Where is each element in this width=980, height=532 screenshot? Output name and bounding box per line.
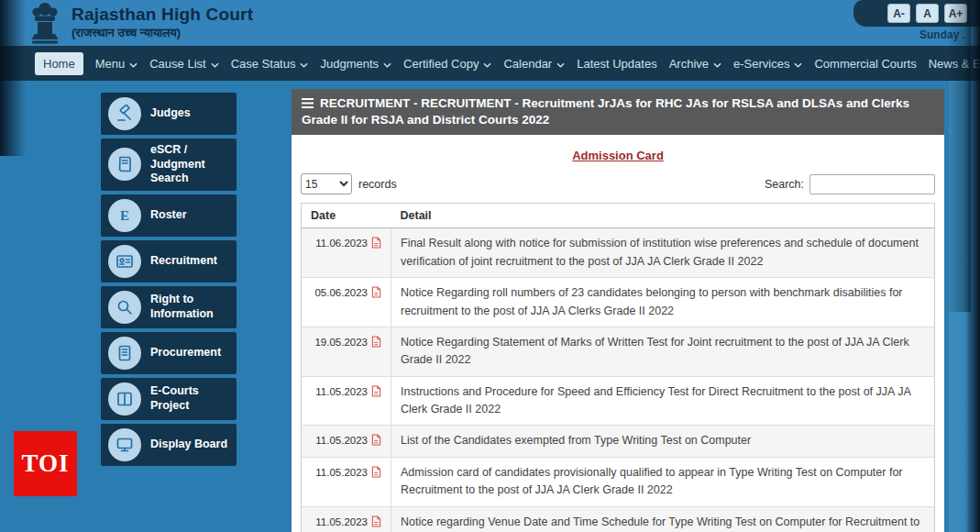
chevron-down-icon [794,57,802,71]
admission-card-link[interactable]: Admission Card [301,149,935,162]
font-size-button-a[interactable]: A [916,4,939,23]
day-label: Sunday . [919,28,965,41]
column-header-detail[interactable]: Detail [391,204,935,228]
gavel-icon [108,97,141,130]
table-row: 19.05.2023Notice Regarding Statement of … [302,327,935,376]
panel-title: RECRUITMENT - RECRUITMENT - Recruitment … [302,96,909,127]
notice-date: 05.06.2023 [314,287,368,298]
sidebar-item-escr-judgment-search[interactable]: eSCR / Judgment Search [101,139,237,191]
nav-item-label: Archive [669,57,709,71]
brand-titles: Rajasthan High Court (राजस्थान उच्च न्या… [72,6,253,40]
nav-item-archive[interactable]: Archive [669,57,721,71]
chevron-down-icon [129,57,138,71]
sidebar-item-judges[interactable]: Judges [101,93,237,135]
nav-item-label: Menu [95,57,126,71]
pdf-icon [371,237,381,254]
nav-item-latest-updates[interactable]: Latest Updates [577,57,656,71]
nav-item-label: Case Status [231,57,296,71]
notice-date-link[interactable]: 11.06.2023 [302,228,391,278]
chevron-down-icon [211,57,219,71]
notice-date: 19.05.2023 [314,337,368,348]
notice-date-link[interactable]: 19.05.2023 [302,327,391,376]
column-header-date[interactable]: Date [302,204,391,228]
notice-date: 11.05.2023 [315,467,368,478]
records-per-page-select[interactable]: 15 [301,173,352,194]
table-row: 05.06.2023Notice Regarding roll numbers … [302,278,935,327]
sidebar-item-label: Procurement [150,346,221,360]
notebook-icon [108,337,141,370]
book-icon [108,148,141,181]
sidebar-item-label: E-Courts Project [150,384,229,413]
search-group: Search: [765,174,935,194]
monitor-icon [108,428,141,461]
app-header: Rajasthan High Court (राजस्थान उच्च न्या… [0,0,980,46]
table-row: 11.05.2023Admission card of candidates p… [302,457,935,506]
nav-item-certified-copy[interactable]: Certified Copy [403,57,491,71]
nav-item-label: Latest Updates [577,57,656,71]
notice-date-link[interactable]: 11.05.2023 [302,426,391,457]
nav-item-calendar[interactable]: Calendar [503,57,565,71]
search-label: Search: [765,178,804,191]
pdf-icon [371,434,381,451]
nav-item-label: Home [43,57,75,71]
notice-date: 11.05.2023 [315,386,368,397]
table-row: 11.05.2023Instructions and Procedure for… [302,376,935,426]
nav-item-commercial-courts[interactable]: Commercial Courts [814,57,916,71]
nav-item-cause-list[interactable]: Cause List [149,57,218,71]
font-size-controls: A-AA+ [853,0,980,27]
columns-icon [108,382,141,416]
sidebar-item-label: Judges [150,106,191,121]
nav-item-judgments[interactable]: Judgments [320,57,391,71]
content-area: JudgeseSCR / Judgment SearchERosterRecru… [0,81,980,532]
pdf-icon [371,466,381,483]
chevron-down-icon [713,57,721,71]
toi-watermark: TOI [14,431,77,496]
right-scroll-strip [949,81,968,532]
sidebar-item-label: eSCR / Judgment Search [150,143,229,186]
sidebar-item-display-board[interactable]: Display Board [101,424,237,466]
sidebar-item-procurement[interactable]: Procurement [101,332,237,374]
id-card-icon [108,245,141,278]
pdf-icon [371,336,381,353]
nav-item-label: Commercial Courts [814,57,916,71]
notice-date-link[interactable]: 11.05.2023 [302,376,391,426]
pdf-icon [371,385,381,403]
font-size-button-a[interactable]: A+ [944,4,967,23]
main-nav: HomeMenuCause ListCase StatusJudgmentsCe… [0,46,980,81]
table-header-row: DateDetail [302,204,935,228]
nav-item-label: Calendar [503,57,552,71]
nav-item-label: e-Services [733,57,789,71]
nav-item-e-services[interactable]: e-Services [733,57,802,71]
notice-date-link[interactable]: 11.05.2023 [302,457,391,506]
sidebar-item-e-courts-project[interactable]: E-Courts Project [101,378,237,420]
table-row: 11.05.2023List of the Candidates exempte… [302,426,935,457]
brand: Rajasthan High Court (राजस्थान उच्च न्या… [0,0,980,46]
notice-date: 11.05.2023 [315,516,368,527]
sidebar: JudgeseSCR / Judgment SearchERosterRecru… [101,93,237,466]
panel-body: Admission Card 15 records Search: DateDe… [292,135,944,532]
recruitment-panel: RECRUITMENT - RECRUITMENT - Recruitment … [292,89,944,532]
page-subtitle-hindi: (राजस्थान उच्च न्यायालय) [72,26,253,40]
nav-item-label: Certified Copy [403,57,479,71]
nav-item-case-status[interactable]: Case Status [231,57,309,71]
sidebar-item-label: Right to Information [150,293,229,321]
nav-item-home[interactable]: Home [35,52,83,75]
notice-date-link[interactable]: 05.06.2023 [302,278,391,327]
notice-detail: Instructions and Procedure for Speed and… [391,376,935,426]
notice-date-link[interactable]: 11.05.2023 [302,506,391,532]
notice-detail: Notice regarding Venue Date and Time Sch… [391,506,935,532]
font-size-button-a[interactable]: A- [887,4,910,23]
table-row: 11.05.2023Notice regarding Venue Date an… [302,506,935,532]
sidebar-item-roster[interactable]: ERoster [101,194,237,237]
search-input[interactable] [809,174,935,194]
sidebar-item-recruitment[interactable]: Recruitment [101,240,237,283]
nav-item-news-events[interactable]: News & Events [929,57,980,71]
notice-detail: List of the Candidates exempted from Typ… [391,426,935,457]
sidebar-item-right-to-information[interactable]: Right to Information [101,286,237,328]
notice-date: 11.05.2023 [315,435,368,446]
nav-item-label: Cause List [149,57,205,71]
pdf-icon [371,515,381,532]
nav-item-menu[interactable]: Menu [95,57,138,71]
svg-text:E: E [120,208,129,223]
notice-detail: Notice Regarding roll numbers of 23 cand… [391,278,935,327]
